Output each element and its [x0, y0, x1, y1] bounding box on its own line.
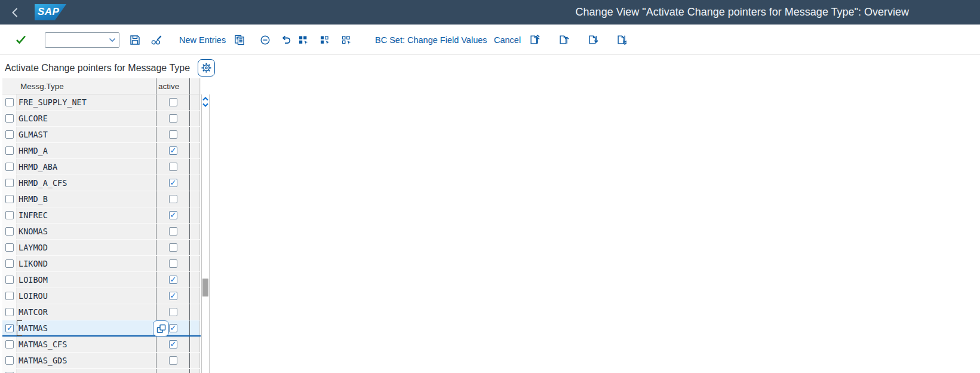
command-input[interactable]	[45, 33, 109, 47]
messg-type-cell[interactable]: KNOMAS	[17, 224, 156, 239]
messg-type-value: LIKOND	[19, 259, 48, 268]
active-checkbox[interactable]	[169, 114, 177, 123]
row-select-cell	[2, 207, 17, 223]
page-down-button[interactable]	[588, 25, 599, 55]
cancel-button[interactable]: Cancel	[494, 25, 521, 55]
row-select-checkbox[interactable]	[5, 324, 14, 332]
display-change-button[interactable]	[151, 25, 162, 55]
messg-type-cell[interactable]: MATCOR	[17, 304, 156, 320]
row-select-checkbox[interactable]	[5, 259, 14, 268]
messg-type-cell[interactable]: HRMD_B	[17, 191, 156, 207]
table-row: MATMAS	[2, 320, 201, 337]
messg-type-cell[interactable]: HRMD_A_CFS	[17, 175, 156, 191]
row-select-cell	[2, 288, 17, 304]
save-button[interactable]	[130, 25, 140, 55]
messg-type-value: HRMD_ABA	[19, 162, 57, 172]
active-checkbox[interactable]	[169, 259, 177, 268]
combo-chevron-icon[interactable]	[109, 38, 119, 42]
active-checkbox[interactable]	[169, 98, 177, 106]
messg-type-value: KNOMAS	[19, 227, 48, 236]
scroll-down-icon[interactable]	[202, 103, 208, 107]
messg-type-cell[interactable]: MATMAS_GDS	[17, 353, 156, 368]
table-settings-button[interactable]	[198, 59, 215, 77]
messg-type-cell[interactable]: GLCORE	[17, 111, 156, 126]
active-checkbox[interactable]	[169, 211, 177, 219]
row-select-checkbox[interactable]	[5, 114, 14, 123]
copy-entries-button[interactable]	[234, 25, 245, 55]
messg-type-cell[interactable]: LAYMOD	[17, 240, 156, 255]
messg-type-cell[interactable]: MATMAS_CFS	[17, 337, 156, 352]
bc-set-button[interactable]: BC Set: Change Field Values	[375, 25, 487, 55]
row-select-checkbox[interactable]	[5, 179, 14, 187]
active-checkbox[interactable]	[169, 243, 177, 252]
messg-type-cell[interactable]: MATMAS	[17, 320, 156, 335]
active-checkbox[interactable]	[169, 195, 177, 203]
active-checkbox[interactable]	[169, 179, 177, 187]
row-select-checkbox[interactable]	[5, 98, 14, 106]
active-checkbox[interactable]	[169, 163, 177, 171]
back-button[interactable]	[5, 2, 25, 23]
undo-icon	[281, 35, 291, 45]
messg-type-column-header[interactable]: Messg.Type	[17, 78, 156, 94]
vertical-scrollbar[interactable]	[201, 94, 210, 373]
select-column-header[interactable]	[2, 78, 17, 94]
messg-type-value: LOIROU	[19, 291, 48, 301]
active-cell	[156, 256, 190, 271]
row-select-checkbox[interactable]	[5, 276, 14, 284]
row-select-checkbox[interactable]	[5, 146, 14, 155]
page-last-button[interactable]	[616, 25, 628, 55]
page-first-button[interactable]	[529, 25, 540, 55]
active-checkbox[interactable]	[169, 340, 177, 348]
copy-cell-icon	[156, 324, 166, 334]
messg-type-cell[interactable]: HRMD_ABA	[17, 159, 156, 175]
table-row: LAYMOD	[2, 240, 201, 256]
new-entries-button[interactable]: New Entries	[179, 25, 226, 55]
deselect-all-icon	[341, 35, 352, 45]
active-checkbox[interactable]	[169, 308, 177, 316]
row-select-checkbox[interactable]	[5, 243, 14, 252]
messg-type-cell[interactable]: HRMD_A	[17, 143, 156, 158]
messg-type-cell[interactable]: FRE_SUPPLY_NET	[17, 94, 156, 110]
row-select-checkbox[interactable]	[5, 195, 14, 203]
messg-type-value: LAYMOD	[19, 243, 48, 252]
active-checkbox[interactable]	[169, 356, 177, 365]
select-block-button[interactable]	[320, 25, 331, 55]
undo-button[interactable]	[281, 25, 291, 55]
active-checkbox[interactable]	[169, 292, 177, 300]
row-select-checkbox[interactable]	[5, 211, 14, 219]
active-checkbox[interactable]	[169, 324, 177, 332]
active-column-header[interactable]: active	[156, 78, 190, 94]
scrollbar-thumb[interactable]	[202, 279, 208, 296]
row-select-checkbox[interactable]	[5, 163, 14, 171]
row-select-checkbox[interactable]	[5, 227, 14, 236]
messg-type-cell[interactable]: LIKOND	[17, 256, 156, 271]
page-up-button[interactable]	[558, 25, 570, 55]
messg-type-cell[interactable]: LOIBOM	[17, 272, 156, 288]
messg-type-value: MATCOR	[19, 307, 48, 317]
messg-type-cell[interactable]: LOIROU	[17, 288, 156, 304]
row-select-cell	[2, 320, 17, 335]
active-checkbox[interactable]	[169, 276, 177, 284]
active-checkbox[interactable]	[169, 227, 177, 236]
active-checkbox[interactable]	[169, 146, 177, 155]
copy-entries-icon	[234, 35, 245, 45]
filler-cell	[190, 337, 200, 352]
messg-type-cell[interactable]: GLMAST	[17, 127, 156, 142]
row-select-cell	[2, 224, 17, 239]
select-block-icon	[320, 35, 331, 45]
active-cell	[156, 159, 190, 175]
copy-cell-button[interactable]	[153, 320, 169, 337]
row-select-checkbox[interactable]	[5, 292, 14, 300]
messg-type-cell[interactable]: INFREC	[17, 207, 156, 223]
scroll-up-icon[interactable]	[202, 97, 208, 101]
deselect-all-button[interactable]	[341, 25, 352, 55]
filler-cell	[190, 288, 200, 304]
delete-row-button[interactable]	[260, 25, 271, 55]
confirm-button[interactable]	[16, 25, 26, 55]
row-select-checkbox[interactable]	[5, 356, 14, 365]
row-select-checkbox[interactable]	[5, 308, 14, 316]
active-checkbox[interactable]	[169, 130, 177, 139]
select-all-button[interactable]	[298, 25, 309, 55]
row-select-checkbox[interactable]	[5, 340, 14, 348]
row-select-checkbox[interactable]	[5, 130, 14, 139]
